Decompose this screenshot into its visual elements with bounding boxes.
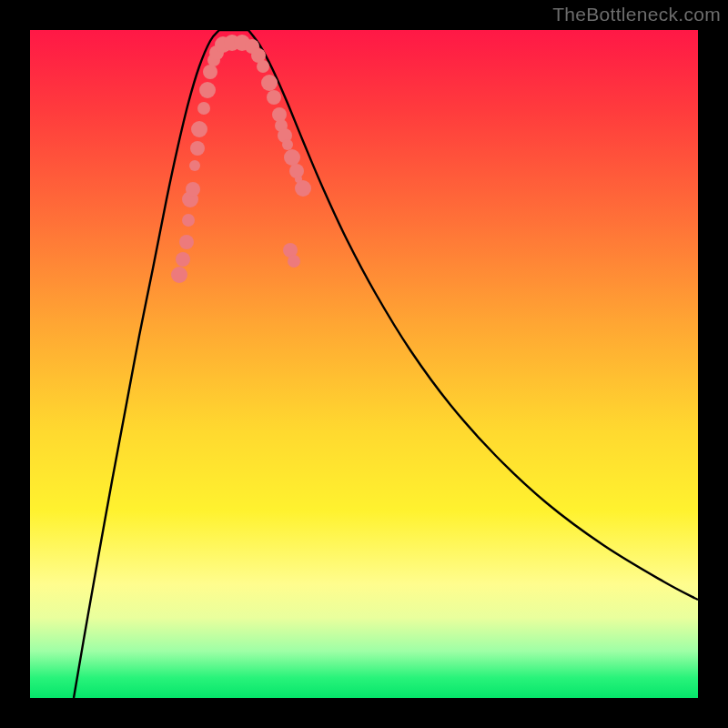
- data-dot: [182, 214, 195, 227]
- data-dot: [176, 252, 190, 267]
- data-dot: [197, 102, 210, 115]
- data-dots: [171, 35, 311, 283]
- data-dot: [267, 90, 281, 105]
- data-dot: [284, 149, 300, 166]
- curve-svg: [30, 30, 698, 698]
- data-dot: [190, 141, 205, 156]
- watermark-text: TheBottleneck.com: [552, 4, 721, 25]
- bottleneck-curve-right: [248, 30, 698, 600]
- data-dot: [199, 82, 216, 98]
- data-dot: [295, 176, 302, 183]
- data-dot: [261, 75, 278, 91]
- data-dot: [171, 267, 187, 283]
- data-dot: [179, 235, 194, 249]
- data-dot: [189, 160, 200, 171]
- data-dot: [203, 65, 217, 79]
- data-dot: [257, 60, 269, 73]
- data-dot: [191, 121, 207, 137]
- data-dot: [282, 139, 293, 150]
- bottleneck-curve-left: [74, 30, 248, 698]
- chart-frame: TheBottleneck.com: [0, 0, 728, 728]
- plot-area: [30, 30, 698, 698]
- data-dot: [288, 255, 300, 268]
- data-dot: [186, 182, 200, 197]
